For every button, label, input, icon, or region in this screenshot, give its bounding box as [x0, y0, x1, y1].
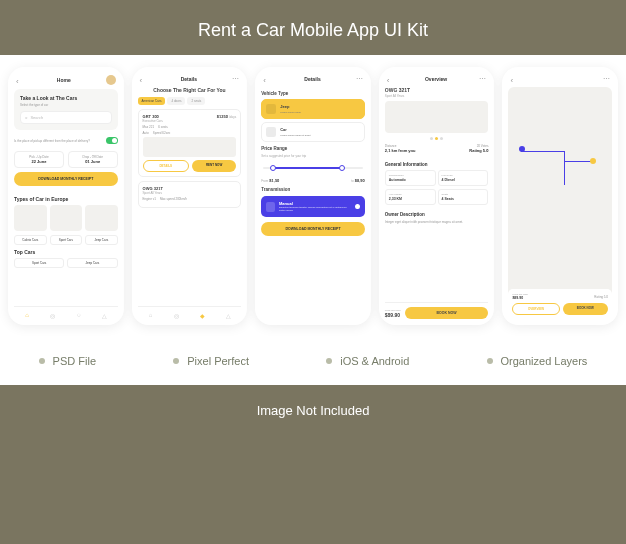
- car-card[interactable]: GRT 300 Executive Cars $1250 /days Max 2…: [138, 109, 242, 177]
- car-type-chip[interactable]: Jeep Cars: [85, 235, 118, 245]
- dot-icon[interactable]: [440, 137, 443, 140]
- search-placeholder: Search: [30, 115, 43, 120]
- menu-icon[interactable]: [16, 77, 22, 83]
- compass-icon[interactable]: ◎: [172, 311, 180, 319]
- search-input[interactable]: Search: [20, 111, 112, 124]
- car-type-chip[interactable]: Sport Cars: [50, 235, 83, 245]
- spec: Max 221: [143, 125, 155, 129]
- more-icon[interactable]: [232, 75, 239, 83]
- spec: Auto: [143, 131, 149, 135]
- car-name: OWG 321T: [385, 87, 489, 93]
- home-icon[interactable]: ⌂: [23, 311, 31, 319]
- home-icon[interactable]: ⌂: [147, 311, 155, 319]
- radio-icon: [355, 204, 360, 209]
- spec: 6 seats: [158, 125, 168, 129]
- screen-title: Details: [304, 76, 320, 82]
- transmission-icon: [266, 202, 275, 212]
- top-car-chip[interactable]: Jeep Cars: [67, 258, 117, 268]
- user-icon[interactable]: △: [101, 311, 109, 319]
- screen-title: Details: [181, 76, 197, 82]
- route-segment: [564, 161, 591, 162]
- price-slider[interactable]: [263, 164, 363, 172]
- route-segment: [521, 151, 565, 152]
- screen-filters: Details Vehicle Type Jeep Lorem ipsum do…: [255, 67, 371, 325]
- start-pin-icon: [519, 146, 525, 152]
- car-type-tile[interactable]: [50, 205, 83, 231]
- car-type-chip[interactable]: Cabrio Cars: [14, 235, 47, 245]
- bottom-nav: ⌂ ◎ ◆ △: [138, 306, 242, 319]
- more-icon[interactable]: [603, 75, 610, 83]
- vehicle-name: Jeep: [280, 104, 301, 109]
- vehicle-option-jeep[interactable]: Jeep Lorem ipsum dolor: [261, 99, 365, 119]
- car-type-tile[interactable]: [85, 205, 118, 231]
- feature-item: Organized Layers: [501, 355, 588, 367]
- toggle-label: Is the place of pickup different from th…: [14, 139, 90, 143]
- book-button[interactable]: BOOK NOW: [563, 303, 608, 315]
- toggle-switch[interactable]: [106, 137, 118, 144]
- filter-chips: American Cars 4 doors 2 seats: [138, 97, 242, 105]
- transmission-option[interactable]: Manual Delectus tempore tenetur. Donec e…: [261, 196, 365, 217]
- car-category: Executive Cars: [143, 119, 163, 123]
- dropoff-date-box[interactable]: Drop - Off Date 01 June: [68, 151, 118, 168]
- search-icon: [25, 115, 27, 120]
- top-car-chip[interactable]: Sport Cars: [14, 258, 64, 268]
- car-price-unit: /days: [229, 115, 236, 119]
- rent-button[interactable]: RENT NOW: [192, 160, 236, 172]
- rating: Rating 5.0: [594, 295, 608, 299]
- vehicle-option-car[interactable]: Car Lorem ipsum dolor sit amet: [261, 122, 365, 142]
- screen-overview: Overview OWG 321T Sport All Years Distan…: [379, 67, 495, 325]
- more-icon[interactable]: [479, 75, 486, 83]
- price-range-heading: Price Range: [261, 146, 365, 151]
- slider-thumb-min[interactable]: [270, 165, 276, 171]
- filter-chip[interactable]: 4 doors: [167, 97, 185, 105]
- to-value: $8,90: [355, 178, 365, 183]
- back-icon[interactable]: [387, 76, 393, 82]
- back-icon[interactable]: [263, 76, 269, 82]
- download-button[interactable]: DOWNLOAD MONTHLY RECEIPT: [261, 222, 365, 236]
- more-icon[interactable]: [356, 75, 363, 83]
- user-icon[interactable]: △: [224, 311, 232, 319]
- dot-icon[interactable]: [435, 137, 438, 140]
- car-image-placeholder: [385, 101, 489, 133]
- dot-icon[interactable]: [430, 137, 433, 140]
- owner-desc-heading: Owner Description: [385, 212, 489, 217]
- back-icon[interactable]: [140, 76, 146, 82]
- car-type-tile[interactable]: [14, 205, 47, 231]
- compass-icon[interactable]: ◎: [49, 311, 57, 319]
- filter-chip[interactable]: American Cars: [138, 97, 166, 105]
- welcome-heading: Take a Look at The Cars: [20, 95, 112, 101]
- car-category: Sport All Years: [385, 94, 489, 98]
- bullet-icon: [39, 358, 45, 364]
- map-view[interactable]: [508, 87, 612, 315]
- book-button[interactable]: BOOK NOW: [405, 307, 489, 319]
- overview-button[interactable]: OVERVIEW: [512, 303, 559, 315]
- from-label: From: [261, 179, 268, 183]
- search-nav-icon[interactable]: ○: [75, 311, 83, 319]
- page-title: Rent a Car Mobile App UI Kit: [198, 0, 428, 55]
- vehicle-type-heading: Vehicle Type: [261, 91, 365, 96]
- map-info-card: Price per hour $89.90 Rating 5.0 OVERVIE…: [508, 289, 612, 319]
- pickup-date-box[interactable]: Pick - Up Date 22 June: [14, 151, 64, 168]
- spec-box: Fuel Type4 Diesel: [438, 170, 489, 186]
- bullet-icon: [173, 358, 179, 364]
- car-icon[interactable]: ◆: [198, 311, 206, 319]
- avatar[interactable]: [106, 75, 116, 85]
- pickup-value: 22 June: [31, 159, 46, 164]
- screen-home: Home Take a Look at The Cars Select the …: [8, 67, 124, 325]
- features-bar: PSD File Pixel Perfect iOS & Android Org…: [0, 337, 626, 385]
- car-card[interactable]: OWG 321T Sport All Years Engine v1 Max s…: [138, 181, 242, 208]
- spec: Engine v1: [143, 197, 156, 201]
- slider-thumb-max[interactable]: [339, 165, 345, 171]
- feature-item: PSD File: [53, 355, 96, 367]
- welcome-sub: Select the type of car: [20, 103, 112, 107]
- download-button[interactable]: DOWNLOAD MONTHLY RECEIPT: [14, 172, 118, 186]
- filter-chip[interactable]: 2 seats: [187, 97, 205, 105]
- spec-box: TransmissionAutomatic: [385, 170, 436, 186]
- transmission-desc: Delectus tempore tenetur. Donec elementu…: [279, 206, 351, 212]
- back-icon[interactable]: [510, 76, 516, 82]
- screen-title: Home: [57, 77, 71, 83]
- to-label: to: [351, 179, 354, 183]
- distance-value: 2,1 km from you: [385, 148, 416, 153]
- details-button[interactable]: DETAILS: [143, 160, 189, 172]
- section-top-heading: Top Cars: [14, 249, 118, 255]
